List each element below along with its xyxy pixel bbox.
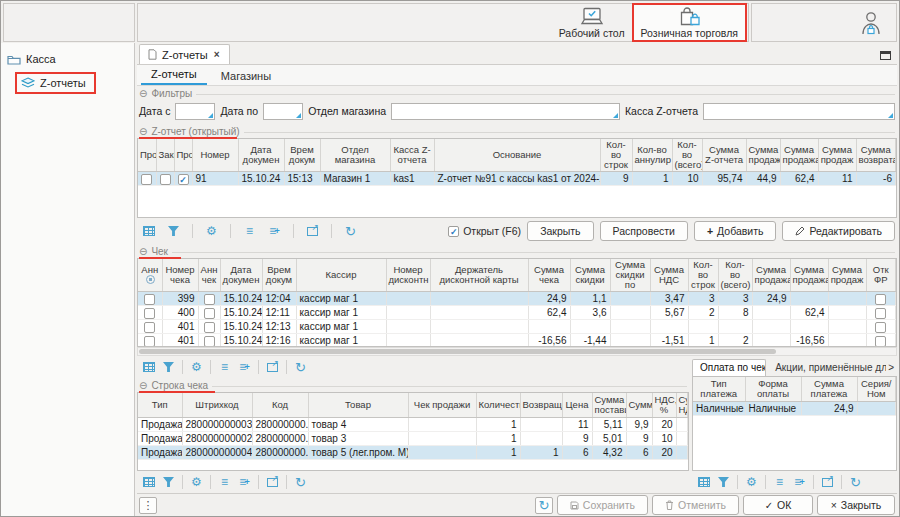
- column-header[interactable]: Цена: [562, 393, 592, 417]
- column-header[interactable]: Номер: [192, 139, 238, 172]
- add-button[interactable]: +Добавить: [694, 221, 777, 241]
- collapse-icon[interactable]: ⊖: [139, 127, 147, 137]
- column-header[interactable]: Форма оплаты: [745, 377, 801, 401]
- column-header[interactable]: Анн чек: [198, 259, 220, 292]
- column-header[interactable]: Кол-во (всего): [672, 139, 702, 172]
- column-header[interactable]: Су НД: [676, 393, 688, 417]
- checkbox[interactable]: [204, 336, 215, 347]
- list-add-icon[interactable]: ≡+: [235, 473, 254, 491]
- checkbox[interactable]: [875, 308, 886, 319]
- table-grid-icon[interactable]: [139, 358, 158, 376]
- subtab-stores[interactable]: Магазины: [211, 68, 281, 85]
- checkbox[interactable]: [160, 174, 171, 185]
- settings-gear-icon[interactable]: ⚙: [202, 222, 221, 240]
- table-grid-icon[interactable]: [139, 473, 158, 491]
- column-header[interactable]: Номер дисконтн: [386, 259, 430, 292]
- checkbox[interactable]: [144, 336, 155, 347]
- ok-button[interactable]: ✓ ОК: [743, 495, 813, 515]
- settings-gear-icon[interactable]: ⚙: [187, 358, 206, 376]
- column-header[interactable]: Касса Z-отчета: [390, 139, 434, 172]
- checkbox-checked[interactable]: ✓: [178, 174, 189, 185]
- filter-icon[interactable]: [159, 358, 178, 376]
- sidebar-item-z-reports[interactable]: Z-отчеты: [17, 74, 94, 92]
- checkbox[interactable]: [144, 322, 155, 333]
- open-in-window-icon[interactable]: ↗: [303, 222, 322, 240]
- date-to-input[interactable]: [264, 106, 302, 121]
- collapse-icon[interactable]: ⊖: [139, 381, 147, 391]
- tab-retail-trade[interactable]: Розничная торговля: [633, 4, 746, 41]
- close-tab-icon[interactable]: ×: [213, 49, 221, 60]
- filter-icon[interactable]: [159, 473, 178, 491]
- column-header[interactable]: Количество: [476, 393, 520, 417]
- open-in-window-icon[interactable]: ↗: [818, 473, 837, 491]
- table-grid-icon[interactable]: [694, 473, 713, 491]
- refresh-button[interactable]: ↻: [535, 497, 553, 514]
- column-header[interactable]: Код: [252, 393, 308, 417]
- check-line-row[interactable]: Продажа 2800000000035 280000000... товар…: [138, 417, 688, 431]
- column-header[interactable]: Сумма НДС: [650, 259, 688, 292]
- refresh-icon[interactable]: ↻: [291, 358, 310, 376]
- checkbox[interactable]: [144, 308, 155, 319]
- column-header[interactable]: Сумма продажа: [780, 139, 818, 172]
- checkbox-checked[interactable]: ✓: [448, 226, 459, 237]
- document-tab-z-reports[interactable]: Z-отчеты ×: [139, 44, 230, 64]
- z-report-row[interactable]: ✓ 91 15.10.24 15:13 Магазин 1 kas1 Z-отч…: [138, 172, 896, 186]
- save-button[interactable]: Сохранить: [557, 495, 648, 515]
- cash-input[interactable]: [704, 106, 894, 121]
- checkbox[interactable]: [875, 294, 886, 305]
- column-header[interactable]: Тип платежа: [693, 377, 745, 401]
- column-header[interactable]: Сумма продажа: [752, 259, 790, 292]
- list-add-icon[interactable]: ≡+: [265, 222, 284, 240]
- checkbox[interactable]: [875, 322, 886, 333]
- column-header[interactable]: Врем докум: [284, 139, 320, 172]
- column-header[interactable]: Закр: [156, 139, 174, 172]
- collapse-icon[interactable]: ⊖: [139, 247, 147, 257]
- payment-row[interactable]: Наличные Наличные 24,9: [693, 401, 896, 415]
- subtab-z-reports[interactable]: Z-отчеты: [141, 66, 207, 85]
- column-header[interactable]: Сумма продажа: [746, 139, 780, 172]
- column-header[interactable]: Чек продажи: [408, 393, 476, 417]
- horizontal-scrollbar[interactable]: [137, 347, 897, 356]
- filter-icon[interactable]: [164, 222, 183, 240]
- filter-icon[interactable]: [714, 473, 733, 491]
- checkbox[interactable]: [204, 322, 215, 333]
- open-in-window-icon[interactable]: ↗: [263, 473, 282, 491]
- checkbox[interactable]: [204, 308, 215, 319]
- table-grid-icon[interactable]: [139, 222, 158, 240]
- list-icon[interactable]: ≡: [215, 473, 234, 491]
- column-header[interactable]: Врем докум: [262, 259, 296, 292]
- unpost-button[interactable]: Распровести: [600, 221, 688, 241]
- column-header[interactable]: Сумма чека: [528, 259, 570, 292]
- refresh-icon[interactable]: ↻: [291, 473, 310, 491]
- column-header[interactable]: Сумма возврата: [856, 139, 896, 172]
- list-icon[interactable]: ≡: [215, 358, 234, 376]
- checkbox[interactable]: [204, 294, 215, 305]
- checkbox[interactable]: [144, 294, 155, 305]
- settings-gear-icon[interactable]: ⚙: [187, 473, 206, 491]
- edit-button[interactable]: Редактировать: [782, 221, 895, 241]
- close-report-button[interactable]: Закрыть: [527, 221, 593, 241]
- close-button[interactable]: × Закрыть: [817, 495, 895, 515]
- column-header-ann[interactable]: Анн: [138, 259, 162, 292]
- column-header[interactable]: Сумма продажа: [790, 259, 828, 292]
- check-line-row[interactable]: Продажа 2800000000028 280000000... товар…: [138, 431, 688, 445]
- check-row[interactable]: 400 15.10.24 12:11 кассир маг 1 62,4 3,6…: [138, 306, 896, 320]
- check-row[interactable]: 399 15.10.24 12:04 кассир маг 1 24,9 1,1…: [138, 292, 896, 306]
- column-header[interactable]: Штрихкод: [182, 393, 252, 417]
- column-header[interactable]: Сумма платежа: [801, 377, 857, 401]
- column-header[interactable]: Кол-во строк: [688, 259, 718, 292]
- column-header[interactable]: Сумма скидки по: [610, 259, 650, 292]
- column-header[interactable]: Кол-во аннулир: [632, 139, 672, 172]
- scroll-tabs-right-icon[interactable]: >: [888, 362, 897, 376]
- open-f6-checkbox[interactable]: ✓ Открыт (F6): [448, 225, 521, 237]
- column-header[interactable]: Про: [174, 139, 192, 172]
- column-header[interactable]: Держатель дисконтной карты: [430, 259, 528, 292]
- column-header[interactable]: Товар: [308, 393, 408, 417]
- check-line-row[interactable]: Продажа 2800000000042 280000000... товар…: [138, 445, 688, 459]
- column-header[interactable]: Про: [138, 139, 156, 172]
- collapse-icon[interactable]: ⊖: [139, 89, 147, 99]
- user-icon[interactable]: [860, 10, 882, 36]
- checkbox[interactable]: [875, 336, 886, 347]
- column-header[interactable]: НДС, %: [652, 393, 676, 417]
- list-add-icon[interactable]: ≡+: [235, 358, 254, 376]
